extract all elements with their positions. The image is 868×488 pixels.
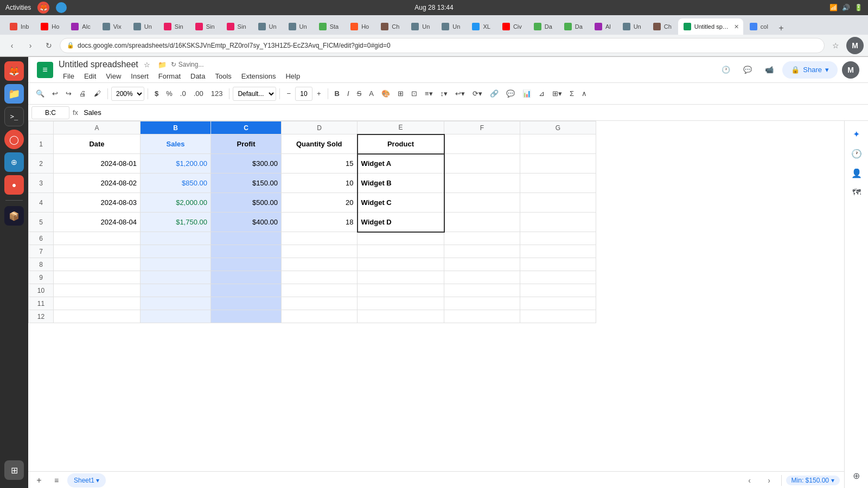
tab-5[interactable]: Un	[128, 18, 157, 35]
cell-E12[interactable]	[358, 310, 444, 323]
explore-icon-btn[interactable]: ✦	[848, 125, 865, 143]
add-panel-btn[interactable]: ⊕	[848, 467, 865, 484]
cell-B3[interactable]: $850.00	[141, 174, 211, 193]
font-size-increase[interactable]: +	[314, 86, 324, 101]
menu-view[interactable]: View	[101, 71, 125, 81]
cell-C7[interactable]	[211, 245, 282, 258]
tab-gmail[interactable]: Inb	[4, 18, 34, 35]
cell-A5[interactable]: 2024-08-04	[54, 213, 141, 232]
cell-D2[interactable]: 15	[282, 154, 358, 174]
percent-button[interactable]: %	[163, 86, 176, 101]
cell-F1[interactable]	[444, 134, 520, 154]
cell-G3[interactable]	[520, 174, 596, 193]
cell-G1[interactable]	[520, 134, 596, 154]
cell-B6[interactable]	[141, 232, 211, 245]
tab-close-icon[interactable]: ✕	[734, 23, 739, 30]
history-icon-btn[interactable]: 🕐	[848, 145, 865, 162]
cell-E3[interactable]: Widget B	[358, 174, 444, 193]
view-options-button[interactable]: ⊞▾	[549, 86, 565, 101]
tab-6[interactable]: Sin	[158, 18, 189, 35]
cell-C11[interactable]	[211, 297, 282, 310]
cell-G10[interactable]	[520, 284, 596, 297]
tab-16[interactable]: XL	[467, 18, 495, 35]
tab-12[interactable]: Ho	[345, 18, 374, 35]
cell-D4[interactable]: 20	[282, 193, 358, 213]
menu-edit[interactable]: Edit	[80, 71, 100, 81]
cell-F6[interactable]	[444, 232, 520, 245]
increase-decimal-button[interactable]: .00	[190, 86, 207, 101]
fill-color-button[interactable]: 🎨	[378, 86, 393, 101]
dock-firefox[interactable]: 🦊	[4, 61, 24, 81]
menu-format[interactable]: Format	[154, 71, 185, 81]
tab-22[interactable]: Ch	[648, 18, 677, 35]
v-align-button[interactable]: ↕▾	[437, 86, 451, 101]
tab-3[interactable]: Alc	[66, 18, 95, 35]
cell-E8[interactable]	[358, 258, 444, 271]
cell-G2[interactable]	[520, 154, 596, 174]
cell-A6[interactable]	[54, 232, 141, 245]
tab-15[interactable]: Un	[436, 18, 465, 35]
cell-E2[interactable]: Widget A	[358, 154, 444, 174]
dock-terminal[interactable]: >_	[4, 107, 24, 126]
bold-button[interactable]: B	[331, 86, 343, 101]
dock-app8[interactable]: 📦	[4, 206, 24, 226]
move-button[interactable]: 📁	[156, 58, 169, 71]
cell-G6[interactable]	[520, 232, 596, 245]
cell-D3[interactable]: 10	[282, 174, 358, 193]
formula-input[interactable]	[81, 106, 865, 119]
star-button[interactable]: ☆	[141, 58, 154, 71]
new-tab-button[interactable]: +	[775, 22, 788, 35]
dock-files[interactable]: 📁	[4, 84, 24, 104]
redo-button[interactable]: ↪	[62, 86, 75, 101]
cell-C5[interactable]: $400.00	[211, 213, 282, 232]
merge-button[interactable]: ⊡	[408, 86, 420, 101]
undo-button[interactable]: ↩	[49, 86, 61, 101]
cell-F11[interactable]	[444, 297, 520, 310]
h-align-button[interactable]: ≡▾	[422, 86, 436, 101]
cell-F4[interactable]	[444, 193, 520, 213]
bookmark-button[interactable]: ☆	[828, 38, 843, 53]
dock-app6[interactable]: ●	[4, 175, 24, 195]
format-123-button[interactable]: 123	[208, 86, 226, 101]
add-sheet-button[interactable]: +	[33, 474, 46, 487]
tab-10[interactable]: Un	[283, 18, 312, 35]
cell-F10[interactable]	[444, 284, 520, 297]
cell-G4[interactable]	[520, 193, 596, 213]
reload-button[interactable]: ↻	[41, 38, 56, 53]
tab-13[interactable]: Ch	[375, 18, 405, 35]
cell-G8[interactable]	[520, 258, 596, 271]
dock-chrome[interactable]: ⊕	[4, 152, 24, 172]
cell-B8[interactable]	[141, 258, 211, 271]
cell-reference-input[interactable]	[31, 106, 69, 119]
cell-E4[interactable]: Widget C	[358, 193, 444, 213]
cell-A3[interactable]: 2024-08-02	[54, 174, 141, 193]
col-header-G[interactable]: G	[520, 121, 596, 134]
dock-grid[interactable]: ⊞	[4, 460, 24, 480]
strikethrough-button[interactable]: S	[354, 86, 365, 101]
cell-E5[interactable]: Widget D	[358, 213, 444, 232]
cell-D6[interactable]	[282, 232, 358, 245]
cell-D9[interactable]	[282, 271, 358, 284]
cell-C6[interactable]	[211, 232, 282, 245]
link-button[interactable]: 🔗	[487, 86, 502, 101]
currency-button[interactable]: $	[151, 86, 162, 101]
cell-G9[interactable]	[520, 271, 596, 284]
cell-F12[interactable]	[444, 310, 520, 323]
rotate-button[interactable]: ⟳▾	[469, 86, 486, 101]
menu-insert[interactable]: Insert	[126, 71, 153, 81]
wrap-button[interactable]: ↩▾	[452, 86, 468, 101]
cell-D8[interactable]	[282, 258, 358, 271]
hide-toolbar-button[interactable]: ∧	[578, 86, 590, 101]
cell-A7[interactable]	[54, 245, 141, 258]
cell-A8[interactable]	[54, 258, 141, 271]
cell-C2[interactable]: $300.00	[211, 154, 282, 174]
text-color-button[interactable]: A	[366, 86, 377, 101]
cell-G12[interactable]	[520, 310, 596, 323]
cell-F9[interactable]	[444, 271, 520, 284]
cell-F2[interactable]	[444, 154, 520, 174]
history-button[interactable]: 🕐	[717, 61, 735, 79]
font-size-decrease[interactable]: −	[283, 86, 294, 101]
tab-4[interactable]: Vix	[97, 18, 127, 35]
cell-E6[interactable]	[358, 232, 444, 245]
grid-area[interactable]: A B C D E F G 1	[28, 121, 844, 471]
